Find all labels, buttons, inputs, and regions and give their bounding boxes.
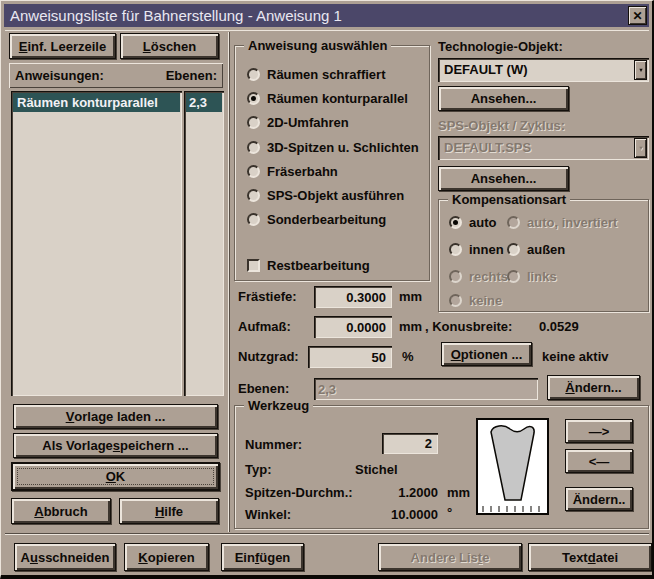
radio-label: rechts (469, 269, 508, 284)
label-pre: Andere Lis (411, 550, 478, 565)
ebenen-input (314, 378, 538, 400)
radio-icon (247, 68, 260, 81)
kopieren-button[interactable]: Kopieren (124, 543, 209, 571)
label-post: ndern... (575, 380, 622, 395)
aufmass-label: Aufmaß: (238, 319, 291, 334)
loeschen-button[interactable]: Löschen (120, 33, 219, 59)
dropdown-button[interactable]: ▼ (634, 60, 647, 80)
label-accel: O (451, 347, 461, 362)
label-pre: —> (589, 424, 610, 439)
list-item[interactable]: 2,3 (186, 93, 222, 112)
radio-icon (247, 141, 260, 154)
anweisungen-listbox[interactable]: Räumen konturparallel (11, 91, 182, 396)
einfuegen-button[interactable]: Einfügen (221, 543, 304, 571)
anweisungen-header-label: Anweisungen: (15, 68, 104, 83)
label-post: ptionen ... (461, 347, 522, 362)
optionen-button[interactable]: Optionen ... (441, 342, 532, 366)
radio-sonderbearbeitung[interactable]: Sonderbearbeitung (247, 211, 386, 227)
aufmass-input[interactable] (314, 316, 392, 338)
typ-label: Typ: (245, 462, 271, 477)
ansehen-technologie-button[interactable]: Ansehen... (438, 86, 569, 111)
ausschneiden-button[interactable]: Ausschneiden (14, 543, 116, 571)
list-item[interactable]: Räumen konturparallel (13, 93, 180, 112)
radio-raeumen-konturparallel[interactable]: Räumen konturparallel (247, 90, 408, 106)
fraestiefe-label: Frästiefe: (238, 289, 297, 304)
werkzeug-group: Werkzeug Nummer: Typ: Stichel Spitzen-Du… (234, 405, 649, 529)
radio-disabled-icon (449, 270, 462, 283)
hilfe-button[interactable]: Hilfe (119, 498, 219, 524)
andere-liste-button: Andere Liste (378, 543, 522, 571)
radio-label: auto, invertiert (527, 215, 617, 230)
spitzen-durchm-label: Spitzen-Durchm.: (245, 485, 353, 500)
radio-icon (247, 165, 260, 178)
fraestiefe-unit-label: mm (399, 289, 422, 304)
radio-disabled-icon (507, 270, 520, 283)
label-pre: Ein (235, 550, 255, 565)
radio-innen[interactable]: innen (449, 241, 504, 257)
ok-button[interactable]: OK (11, 462, 220, 491)
sps-objekt-zyklus-label: SPS-Objekt / Zyklus: (438, 118, 565, 133)
radio-selected-icon (247, 92, 260, 105)
radio-fraeserbahn[interactable]: Fräserbahn (247, 163, 338, 179)
label-post: opieren (148, 550, 195, 565)
label-accel: K (138, 550, 147, 565)
radio-sps-objekt-ausfuehren[interactable]: SPS-Objekt ausführen (247, 187, 404, 203)
dialog-window: Anweisungsliste für Bahnerstellung - Anw… (0, 0, 654, 579)
window-title: Anweisungsliste für Bahnerstellung - Anw… (4, 7, 628, 24)
radio-label: Fräserbahn (267, 164, 338, 179)
ebenen-listbox[interactable]: 2,3 (184, 91, 224, 396)
tool-prev-button[interactable]: <— (565, 449, 633, 473)
vorlage-laden-button[interactable]: Vorlage laden ... (13, 404, 218, 429)
label-pre: Text (562, 550, 588, 565)
technologie-objekt-label: Technologie-Objekt: (438, 39, 563, 54)
typ-value: Stichel (355, 462, 398, 477)
spitzen-durchm-unit: mm (447, 485, 470, 500)
fraestiefe-input[interactable] (314, 286, 392, 308)
titlebar[interactable]: Anweisungsliste für Bahnerstellung - Anw… (4, 4, 649, 27)
radio-auto[interactable]: auto (449, 214, 496, 230)
radio-label: links (527, 269, 557, 284)
radio-label: keine (469, 293, 502, 308)
nutzgrad-input[interactable] (308, 346, 392, 368)
ebenen-aendern-button[interactable]: Ändern... (547, 375, 640, 400)
chevron-down-icon: ▼ (638, 145, 644, 151)
close-button[interactable]: ✕ (628, 6, 647, 25)
tool-aendern-button[interactable]: Ändern.. (565, 487, 633, 511)
abbruch-button[interactable]: Abbruch (11, 498, 111, 524)
tool-preview-image (476, 418, 549, 515)
radio-label: 2D-Umfahren (267, 115, 349, 130)
als-vorlage-speichern-button[interactable]: Als Vorlage speichern ... (13, 433, 218, 458)
restbearbeitung-checkbox[interactable]: Restbearbeitung (247, 257, 370, 273)
aufmass-unit-label: mm (399, 319, 422, 334)
textdatei-button[interactable]: Textdatei (528, 543, 652, 571)
radio-2d-umfahren[interactable]: 2D-Umfahren (247, 114, 349, 130)
radio-label: 3D-Spitzen u. Schlichten (267, 140, 419, 155)
radio-rechts: rechts (449, 268, 508, 284)
nummer-input[interactable] (382, 433, 438, 454)
panel-edge (5, 30, 649, 31)
einf-leerzeile-button[interactable]: Einf. Leerzeile (9, 33, 116, 59)
ansehen-sps-button[interactable]: Ansehen... (438, 166, 569, 191)
radio-aussen[interactable]: außen (507, 241, 565, 257)
group-title: Kompensationsart (448, 192, 570, 207)
label-pre: Als Vorlage (42, 438, 113, 453)
technologie-objekt-combobox[interactable]: DEFAULT (W) ▼ (438, 58, 649, 82)
checkbox-icon (247, 259, 260, 272)
konusbreite-label: , Konusbreite: (425, 319, 512, 334)
radio-label: außen (527, 242, 565, 257)
radio-disabled-icon (449, 294, 462, 307)
optionen-status-label: keine aktiv (542, 349, 609, 364)
radio-raeumen-schraffiert[interactable]: Räumen schraffiert (247, 66, 385, 82)
label-post: öschen (151, 39, 197, 54)
divider (5, 533, 649, 535)
radio-icon (507, 243, 520, 256)
label-accel: V (66, 409, 75, 424)
radio-3d-spitzen[interactable]: 3D-Spitzen u. Schlichten (247, 139, 419, 155)
winkel-value: 10.0000 (375, 507, 438, 522)
radio-label: Sonderbearbeitung (267, 212, 386, 227)
nutzgrad-unit-label: % (402, 349, 414, 364)
kompensationsart-group: Kompensationsart auto auto, invertiert i… (438, 199, 649, 312)
radio-label: innen (469, 242, 504, 257)
tool-next-button[interactable]: —> (565, 419, 633, 443)
label-post: peichern ... (120, 438, 189, 453)
